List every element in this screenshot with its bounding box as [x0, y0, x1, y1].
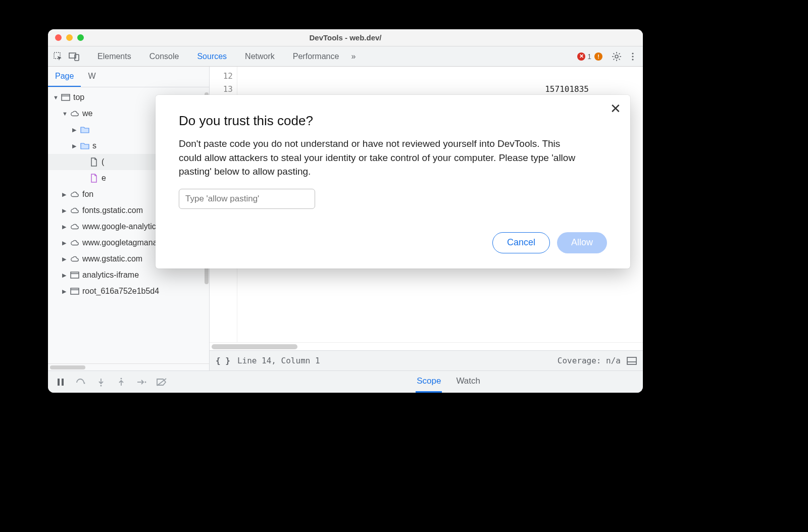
file-purple-icon: [89, 174, 98, 183]
svg-point-5: [632, 56, 633, 57]
allow-pasting-input[interactable]: [179, 189, 315, 209]
window-icon: [70, 287, 79, 296]
sidebar-tab-page[interactable]: Page: [48, 67, 81, 87]
inspect-element-icon[interactable]: [51, 49, 65, 64]
tab-performance[interactable]: Performance: [284, 48, 348, 65]
tree-node-label: top: [73, 93, 84, 102]
svg-rect-16: [62, 379, 64, 386]
sidebar-toggle-icon[interactable]: [627, 357, 637, 365]
cloud-icon: [70, 109, 79, 118]
svg-rect-2: [75, 55, 79, 61]
step-into-icon[interactable]: [95, 377, 107, 388]
tree-node-label: e: [102, 174, 106, 183]
tree-node[interactable]: ▶root_616a752e1b5d4: [48, 283, 209, 299]
tree-node-label: fon: [82, 190, 93, 199]
settings-icon[interactable]: [610, 49, 624, 64]
svg-rect-15: [58, 379, 60, 386]
tree-node[interactable]: ▶analytics-iframe: [48, 267, 209, 283]
tree-node-label: www.googletagmanag: [82, 238, 162, 247]
main-toolbar: Elements Console Sources Network Perform…: [48, 46, 643, 67]
cloud-icon: [70, 206, 79, 215]
dialog-body: Don't paste code you do not understand o…: [179, 137, 583, 179]
titlebar: DevTools - web.dev/: [48, 29, 643, 46]
window-icon: [70, 271, 79, 280]
editor-status-bar: { } Line 14, Column 1 Coverage: n/a: [210, 350, 643, 370]
tree-node-label: root_616a752e1b5d4: [82, 287, 159, 296]
svg-point-19: [121, 378, 122, 379]
zoom-window-button[interactable]: [77, 34, 84, 41]
tree-node-label: www.google-analytics: [82, 222, 160, 231]
folder-icon: [80, 125, 89, 134]
cloud-icon: [70, 190, 79, 199]
warning-icon: !: [594, 52, 602, 61]
svg-point-3: [615, 55, 618, 58]
error-count: 1: [587, 52, 591, 61]
step-icon[interactable]: [136, 377, 147, 388]
step-over-icon[interactable]: [75, 377, 86, 388]
step-out-icon[interactable]: [116, 377, 127, 388]
debug-pane-tabs: Scope Watch: [416, 371, 643, 393]
trust-code-dialog: ✕ Do you trust this code? Don't paste co…: [156, 95, 630, 269]
cursor-position: Line 14, Column 1: [237, 356, 320, 365]
pretty-print-icon[interactable]: { }: [216, 356, 230, 365]
coverage-label: Coverage: n/a: [558, 356, 621, 365]
tab-network[interactable]: Network: [236, 48, 284, 65]
dialog-title: Do you trust this code?: [179, 113, 607, 129]
tree-node-label: fonts.gstatic.com: [82, 206, 143, 215]
tree-horizontal-scrollbar[interactable]: [48, 363, 209, 370]
svg-point-4: [632, 52, 633, 54]
svg-rect-7: [62, 94, 70, 100]
panel-tabs: Elements Console Sources Network Perform…: [88, 48, 575, 65]
tree-node-label: we: [82, 109, 92, 118]
allow-button[interactable]: Allow: [557, 232, 607, 253]
devtools-window: DevTools - web.dev/ Elements Console Sou…: [48, 29, 643, 393]
deactivate-breakpoints-icon[interactable]: [156, 377, 167, 388]
code-horizontal-scrollbar[interactable]: [210, 342, 643, 350]
cloud-icon: [70, 254, 79, 263]
minimize-window-button[interactable]: [66, 34, 73, 41]
debugger-bar: Scope Watch: [48, 370, 643, 393]
debug-tab-watch[interactable]: Watch: [455, 371, 481, 393]
window-title: DevTools - web.dev/: [48, 33, 643, 42]
svg-rect-11: [71, 288, 79, 294]
device-toolbar-icon[interactable]: [67, 49, 81, 64]
svg-line-21: [157, 379, 166, 386]
svg-point-18: [100, 385, 102, 386]
sidebar-tab-more[interactable]: W: [81, 67, 103, 87]
tab-sources[interactable]: Sources: [188, 48, 236, 65]
tree-node-label: analytics-iframe: [82, 271, 139, 280]
tab-console[interactable]: Console: [140, 48, 188, 65]
window-icon: [61, 93, 70, 102]
debug-tab-scope[interactable]: Scope: [416, 371, 442, 393]
svg-point-6: [632, 59, 633, 60]
error-badge[interactable]: ✕1: [577, 52, 591, 61]
close-window-button[interactable]: [55, 34, 62, 41]
svg-point-20: [145, 381, 146, 383]
svg-rect-9: [71, 272, 79, 278]
tree-node-label: s: [92, 141, 96, 150]
tree-node-label: www.gstatic.com: [82, 254, 142, 263]
cloud-icon: [70, 238, 79, 247]
sidebar-tabs: Page W: [48, 67, 209, 87]
traffic-lights: [48, 34, 84, 41]
more-tabs-button[interactable]: »: [348, 48, 359, 65]
svg-rect-13: [627, 357, 636, 364]
folder-icon: [80, 141, 89, 150]
cloud-icon: [70, 222, 79, 231]
svg-point-17: [84, 382, 85, 384]
kebab-menu-icon[interactable]: [626, 49, 640, 64]
warning-badge[interactable]: !: [594, 52, 604, 61]
pause-icon[interactable]: [55, 377, 66, 388]
error-icon: ✕: [577, 52, 585, 61]
dialog-close-icon[interactable]: ✕: [610, 102, 621, 115]
cancel-button[interactable]: Cancel: [492, 232, 550, 253]
tab-elements[interactable]: Elements: [88, 48, 140, 65]
file-icon: [89, 157, 98, 167]
tree-node-label: (: [102, 157, 104, 167]
